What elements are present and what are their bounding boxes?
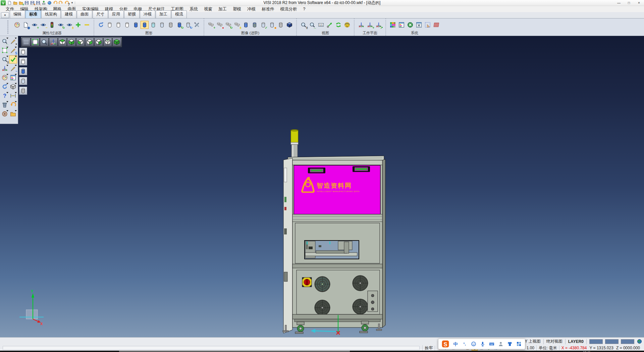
tab-overflow-button[interactable]: ▼ — [1, 12, 9, 18]
sogou-logo[interactable]: S — [441, 340, 450, 348]
view-iso-button[interactable] — [103, 38, 112, 46]
view-side-button[interactable] — [94, 38, 103, 46]
zoom-button[interactable]: ± — [300, 21, 308, 29]
preferences-button[interactable] — [415, 21, 423, 29]
show-add-button[interactable]: + — [31, 21, 39, 29]
swatch-0[interactable] — [589, 339, 603, 344]
adv-toggle-button[interactable]: ± — [233, 21, 241, 29]
workplane-align-button[interactable]: ↗ — [375, 21, 383, 29]
filter-traffic-button[interactable] — [48, 21, 56, 29]
measure-button[interactable] — [9, 92, 17, 100]
zoom-dynamic-button[interactable]: ↔ — [1, 37, 9, 45]
window-panes-button[interactable] — [9, 74, 17, 82]
menu-item-16[interactable]: 标准件 — [259, 6, 277, 12]
hidden-line-button[interactable] — [167, 21, 175, 29]
adv-show-add-button[interactable]: + — [207, 21, 215, 29]
plot-button[interactable] — [41, 0, 47, 6]
move-axes-button[interactable] — [1, 64, 9, 73]
globe-icon[interactable] — [637, 339, 642, 344]
menu-item-14[interactable]: 塑模 — [230, 6, 244, 12]
ime-toolbox-button[interactable] — [516, 341, 522, 347]
settings-button[interactable] — [406, 21, 414, 29]
ime-emoji-button[interactable] — [470, 341, 477, 347]
refresh-view-button[interactable] — [1, 83, 9, 91]
ime-keyboard-button[interactable] — [488, 341, 495, 347]
tab-5[interactable]: 尺寸 — [93, 10, 108, 18]
strip-hatch-button[interactable] — [19, 87, 27, 95]
tab-8[interactable]: 冲模 — [140, 10, 155, 18]
colors-button[interactable] — [389, 21, 397, 29]
tab-6[interactable]: 应用 — [108, 10, 124, 18]
minimize-button[interactable]: — — [614, 0, 624, 6]
absolute-view-button[interactable]: 绝对视图 — [546, 339, 562, 344]
grid-plane-button[interactable] — [432, 21, 440, 29]
tab-7[interactable]: 塑膜 — [124, 10, 140, 18]
menu-item-11[interactable]: 系统 — [186, 6, 201, 12]
view-top-button[interactable] — [58, 38, 67, 46]
menu-item-18[interactable]: ? — [300, 6, 309, 12]
filter-page-button[interactable]: ◉ — [22, 21, 30, 29]
regen-solid-button[interactable]: ↻ — [175, 21, 183, 29]
close-button[interactable]: × — [634, 0, 644, 6]
section-striped-button[interactable] — [251, 21, 259, 29]
strip-shaded-button[interactable] — [19, 67, 27, 75]
save-as-button[interactable]: + — [30, 0, 35, 6]
menu-item-15[interactable]: 冲模 — [244, 6, 259, 12]
open-file-button[interactable] — [12, 0, 18, 6]
tab-4[interactable]: 曲面 — [77, 10, 92, 18]
preview-button[interactable] — [47, 0, 52, 6]
help-button[interactable]: ? — [1, 92, 9, 100]
remove-filter-button[interactable] — [83, 21, 91, 29]
units-indicator[interactable]: 单位: 毫米 — [536, 345, 559, 351]
swatch-1[interactable] — [605, 339, 619, 344]
menu-item-17[interactable]: 模流分析 — [277, 6, 300, 12]
zoom-extents-button[interactable] — [326, 21, 334, 29]
zoom-window-button[interactable]: ↔ — [308, 21, 316, 29]
view-menu-button[interactable] — [22, 38, 31, 46]
save-button[interactable] — [24, 0, 30, 6]
tab-1[interactable]: 标准 — [25, 10, 41, 18]
add-filter-button[interactable] — [74, 21, 82, 29]
update-solid-button[interactable]: ↻ — [184, 21, 192, 29]
show-toggle-button[interactable]: ± — [65, 21, 73, 29]
view-zoom-button[interactable] — [40, 38, 49, 46]
swatch-2[interactable] — [621, 339, 634, 344]
delete-entity-button[interactable]: × — [9, 37, 17, 45]
open-copy-button[interactable]: + — [18, 0, 24, 6]
confirm-button[interactable] — [9, 55, 17, 63]
ghost-button[interactable] — [158, 21, 166, 29]
save-all-button[interactable]: ↑ — [35, 0, 41, 6]
compare-solid-button[interactable]: ■ — [268, 21, 276, 29]
repeat-command-button[interactable]: ? — [64, 0, 69, 6]
strip-wire-1-button[interactable] — [19, 48, 27, 56]
wireframe-1-button[interactable] — [106, 21, 114, 29]
hatch-solid-button[interactable] — [277, 21, 285, 29]
render-cube-button[interactable] — [285, 21, 293, 29]
workplane-button[interactable] — [357, 21, 365, 29]
validate-solid-button[interactable]: ✓ — [259, 21, 267, 29]
solid-preview-button[interactable] — [9, 83, 17, 91]
view-shaded-iso-button[interactable] — [112, 38, 121, 46]
layer-indicator[interactable]: LAYER0 — [568, 339, 584, 344]
attributes-button[interactable] — [13, 21, 21, 29]
wireframe-3-button[interactable] — [123, 21, 131, 29]
show-refresh-button[interactable]: ↻ — [57, 21, 65, 29]
adv-traffic-button[interactable]: ● — [216, 21, 224, 29]
redo-button[interactable] — [58, 0, 64, 6]
zoom-scale-button[interactable]: 1:1 — [317, 21, 325, 29]
redraw-button[interactable] — [97, 21, 105, 29]
undo-button[interactable] — [52, 0, 58, 6]
undo-left-button[interactable] — [9, 101, 17, 109]
attributes-brush-button[interactable] — [1, 74, 9, 82]
translucent-button[interactable] — [149, 21, 157, 29]
new-file-button[interactable] — [7, 0, 12, 6]
zoom-inout-button[interactable]: ± — [1, 55, 9, 63]
navigator-button[interactable] — [1, 110, 9, 118]
adv-refresh-button[interactable]: ↻ — [224, 21, 232, 29]
tab-2[interactable]: 线架构 — [41, 10, 61, 18]
open-project-button[interactable] — [9, 110, 17, 118]
strip-ghost-button[interactable] — [19, 77, 27, 85]
view-front-button[interactable] — [76, 38, 85, 46]
wireframe-2-button[interactable] — [114, 21, 122, 29]
edit-wave-button[interactable]: ~ — [9, 64, 17, 73]
